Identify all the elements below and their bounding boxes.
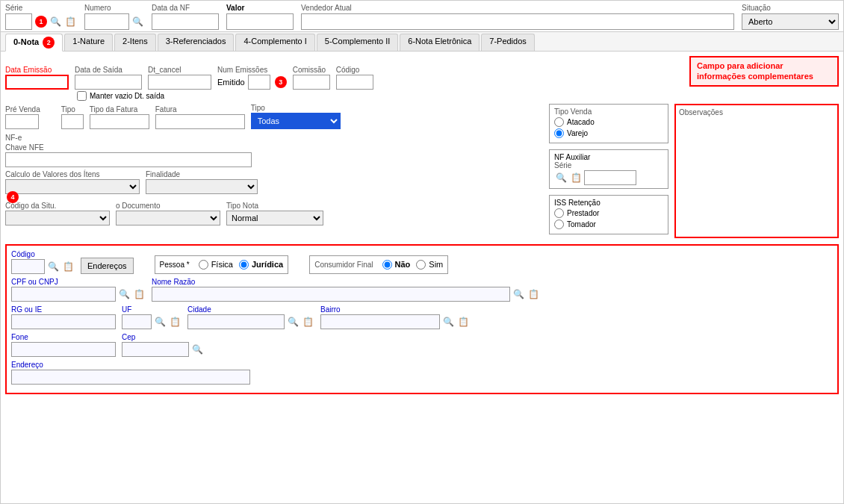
dt-cancel-field: Dt_cancel <box>148 66 211 90</box>
consumidor-title: Consumidor Final <box>314 261 373 269</box>
serie-search-icon[interactable]: 🔍 <box>49 15 62 28</box>
data-saida-field: Data de Saída <box>75 66 142 90</box>
iss-panel: ISS Retenção Prestador Tomador <box>549 195 668 234</box>
numero-input[interactable]: 3.783 <box>84 13 129 30</box>
chave-nfe-field: Chave NFE <box>5 143 543 167</box>
codigo-top-input[interactable] <box>336 75 373 90</box>
tab-1-nature[interactable]: 1-Nature <box>64 34 113 51</box>
serie-input-group: NF 1 🔍 📋 <box>5 13 77 30</box>
codigo-copy-icon[interactable]: 📋 <box>61 260 75 273</box>
nf-auxiliar-search-icon[interactable]: 🔍 <box>554 171 568 184</box>
numero-field: Numero 3.783 🔍 <box>84 4 144 30</box>
bairro-input[interactable]: JARDIM DOS MIGRANTES <box>320 314 440 329</box>
bairro-field: Bairro JARDIM DOS MIGRANTES 🔍 📋 <box>320 305 470 329</box>
tab-6-nota-eletronica[interactable]: 6-Nota Eletrônica <box>400 34 480 51</box>
tipo-input[interactable] <box>61 114 84 129</box>
uf-input[interactable]: RO <box>122 314 152 329</box>
serie-label: Série <box>5 4 77 12</box>
consumidor-sim-radio[interactable] <box>416 260 426 270</box>
nf-auxiliar-serie-input[interactable] <box>584 170 636 185</box>
data-saida-input[interactable] <box>75 75 142 90</box>
tab-0-nota[interactable]: 0-Nota 2 <box>5 34 63 52</box>
fatura-input[interactable] <box>155 114 245 129</box>
nf-auxiliar-serie-field: Série 🔍 📋 <box>554 161 663 185</box>
rg-ie-input[interactable]: 00000001377965 <box>11 314 116 329</box>
pessoa-title: Pessoa * <box>160 261 190 269</box>
manter-vazio-row: Manter vazio Dt. saída <box>77 91 164 101</box>
nome-search-icon[interactable]: 🔍 <box>512 287 525 301</box>
pessoa-juridica-radio[interactable] <box>239 260 249 270</box>
obs-textarea[interactable] <box>679 118 834 230</box>
tipo-venda-atacado-radio[interactable] <box>554 117 564 127</box>
tab-3-referenciados[interactable]: 3-Referenciados <box>158 34 235 51</box>
tab-2-itens[interactable]: 2-Itens <box>114 34 156 51</box>
comissao-input[interactable]: 0 <box>293 75 330 90</box>
datanf-input[interactable]: 22/05/2023 <box>152 13 219 30</box>
uf-copy-icon[interactable]: 📋 <box>168 315 181 329</box>
data-emissao-label: Data Emissão <box>5 66 69 74</box>
tipo-nota-select[interactable]: Normal Complementar Substituição <box>226 211 323 225</box>
tab-7-pedidos[interactable]: 7-Pedidos <box>481 34 535 51</box>
finalidade-select[interactable] <box>146 179 258 194</box>
customer-top-row: Código 763 🔍 📋 Endereços Pessoa * Física <box>11 250 833 274</box>
tipo-fatura-input[interactable] <box>90 114 149 129</box>
data-emissao-input[interactable]: 22/05/2023 <box>5 75 69 90</box>
cpf-search-icon[interactable]: 🔍 <box>117 287 131 301</box>
vendedor-label: Vendedor Atual <box>301 4 734 12</box>
num-emissoes-input[interactable]: 0 <box>248 75 270 90</box>
tab-4-complemento-i[interactable]: 4-Complemento I <box>235 34 314 51</box>
data-emissao-field: Data Emissão 22/05/2023 <box>5 66 69 90</box>
cidade-field: Cidade JI-PARANA 🔍 📋 <box>187 305 314 329</box>
nome-razao-field: Nome Razão NOVA SPLENDORE COMERCIO IMPOR… <box>152 278 833 302</box>
valor-input[interactable]: R$ 0.00 <box>226 13 294 30</box>
obs-annotation-text: Campo para adicionar informações complem… <box>689 56 839 87</box>
manter-vazio-checkbox[interactable] <box>77 91 87 101</box>
cep-search-icon[interactable]: 🔍 <box>190 343 204 356</box>
pre-venda-input[interactable] <box>5 114 39 129</box>
tipo-venda-panel: Tipo Venda Atacado Varejo <box>549 104 668 143</box>
chave-nfe-input[interactable] <box>5 152 252 167</box>
serie-input[interactable]: NF <box>5 13 32 30</box>
cidade-input[interactable]: JI-PARANA <box>187 314 285 329</box>
nome-razao-input[interactable]: NOVA SPLENDORE COMERCIO IMPORTACAO E EXP… <box>152 287 510 302</box>
consumidor-nao-radio[interactable] <box>382 260 392 270</box>
codigo-input-group: 763 🔍 📋 <box>11 259 75 274</box>
calculo-select[interactable] <box>5 179 140 194</box>
uf-search-icon[interactable]: 🔍 <box>153 315 167 329</box>
cidade-search-icon[interactable]: 🔍 <box>286 315 300 329</box>
nf-auxiliar-serie-inputs: 🔍 📋 <box>554 170 663 185</box>
serie-copy-icon[interactable]: 📋 <box>63 15 77 28</box>
cod-situacao-select[interactable] <box>5 211 110 225</box>
tipo-documento-select[interactable] <box>116 211 220 225</box>
situacao-select[interactable]: Aberto Fechado Cancelado <box>742 13 839 30</box>
tipo-dropdown-select[interactable]: Todas Entrada Saída <box>251 113 341 129</box>
codigo-search-icon[interactable]: 🔍 <box>46 260 60 273</box>
iss-tomador-radio[interactable] <box>554 220 564 229</box>
cidade-label: Cidade <box>187 305 314 314</box>
fone-input[interactable]: (69) 3423-1435 <box>11 342 116 357</box>
tipo-venda-varejo-label: Varejo <box>567 129 588 137</box>
tab-5-complemento-ii[interactable]: 5-Complemento II <box>317 34 398 51</box>
cpf-cnpj-group: 01.963.847/0001-34 🔍 📋 <box>11 287 146 302</box>
consumidor-panel: Consumidor Final Não Sim <box>309 255 448 274</box>
pessoa-fisica-radio[interactable] <box>199 260 208 270</box>
numero-search-icon[interactable]: 🔍 <box>131 15 144 28</box>
codigo-field: Código 763 🔍 📋 <box>11 250 75 274</box>
bairro-search-icon[interactable]: 🔍 <box>441 315 455 329</box>
bairro-copy-icon[interactable]: 📋 <box>456 315 470 329</box>
nome-copy-icon[interactable]: 📋 <box>527 287 540 301</box>
cep-input[interactable]: 76900-714 <box>122 342 189 357</box>
iss-prestador-radio[interactable] <box>554 208 564 218</box>
header-row: Série NF 1 🔍 📋 Numero 3.783 🔍 Data da NF… <box>1 1 843 32</box>
nf-auxiliar-serie-label: Série <box>554 161 663 169</box>
nf-auxiliar-copy-icon[interactable]: 📋 <box>569 171 583 184</box>
cpf-cnpj-input[interactable]: 01.963.847/0001-34 <box>11 287 116 302</box>
cpf-copy-icon[interactable]: 📋 <box>132 287 146 301</box>
cidade-copy-icon[interactable]: 📋 <box>301 315 314 329</box>
dt-cancel-input[interactable] <box>148 75 211 90</box>
enderecos-button[interactable]: Endereços <box>81 258 134 274</box>
vendedor-input[interactable] <box>301 13 734 30</box>
tipo-venda-varejo-radio[interactable] <box>554 128 564 138</box>
endereco-input[interactable]: R MONTE CASTELO, 1026 <box>11 370 250 385</box>
codigo-input[interactable]: 763 <box>11 259 45 274</box>
